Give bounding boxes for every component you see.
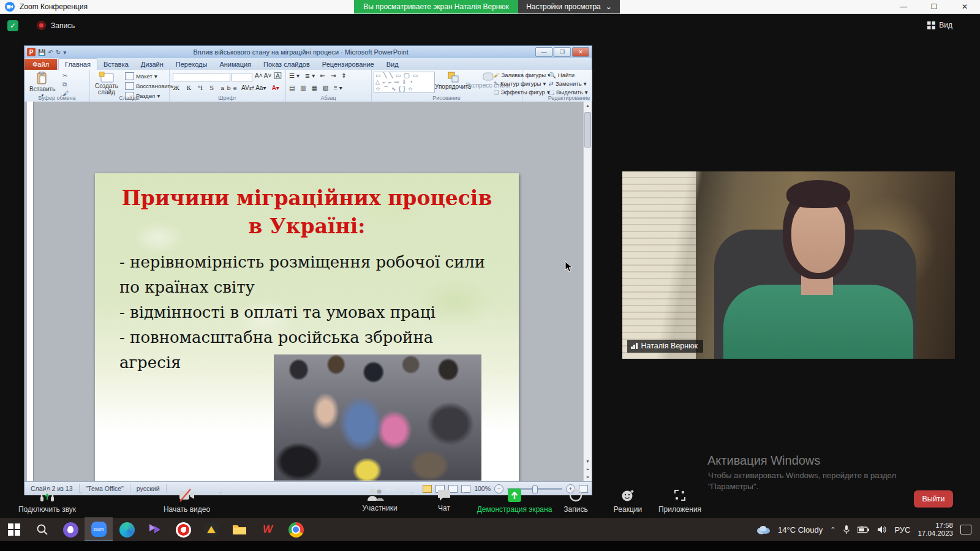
- taskbar-aimp-icon[interactable]: [197, 518, 225, 541]
- tab-slideshow[interactable]: Показ слайдов: [257, 59, 316, 70]
- taskbar-media-player-icon[interactable]: [141, 518, 169, 541]
- minimize-button[interactable]: —: [888, 0, 919, 13]
- search-button[interactable]: [28, 518, 56, 541]
- vertical-scrollbar[interactable]: ▲ ▼ ⏶ ⏷: [583, 102, 592, 481]
- leave-button[interactable]: Выйти: [914, 490, 953, 508]
- font-name-combo[interactable]: [173, 73, 230, 81]
- shape-effects-button[interactable]: ❏Эффекты фигур ▾: [494, 89, 551, 96]
- tab-animations[interactable]: Анимация: [213, 59, 257, 70]
- participants-button[interactable]: 23 Участники: [355, 488, 404, 512]
- record-button[interactable]: Запись: [560, 488, 591, 514]
- language-indicator[interactable]: РУС: [894, 525, 910, 534]
- participants-chevron[interactable]: ⌃: [409, 491, 414, 498]
- font-color-button[interactable]: A▾: [272, 84, 279, 91]
- undo-icon[interactable]: ↶: [48, 49, 53, 56]
- taskbar-file-explorer-icon[interactable]: [225, 518, 254, 541]
- speaker-icon[interactable]: [877, 525, 887, 534]
- ppt-minimize-button[interactable]: —: [535, 47, 552, 57]
- new-slide-button[interactable]: Создать слайд: [92, 72, 121, 96]
- participant-video[interactable]: Наталія Вернюк: [622, 171, 955, 359]
- powerpoint-window: P 💾 ↶ ↻ ▾ Вплив військового стану на міг…: [24, 46, 592, 495]
- tab-view[interactable]: Вид: [380, 59, 405, 70]
- char-spacing-button[interactable]: AV⇄ Aa▾: [241, 84, 266, 91]
- start-video-button[interactable]: Начать видео: [153, 488, 221, 514]
- video-options-chevron[interactable]: ⌃: [218, 491, 223, 498]
- taskbar-alice-icon[interactable]: [56, 518, 85, 541]
- security-shield-icon[interactable]: ✓: [7, 20, 18, 31]
- font-size-combo[interactable]: [232, 73, 252, 81]
- taskbar-clock[interactable]: 17:58 17.04.2023: [918, 522, 953, 538]
- powerpoint-app-icon[interactable]: P: [27, 48, 36, 56]
- group-clipboard: Буфер обмена: [24, 95, 89, 101]
- tab-design[interactable]: Дизайн: [135, 59, 170, 70]
- scroll-down-icon[interactable]: ▼: [584, 457, 592, 465]
- new-slide-icon: [99, 72, 114, 83]
- list-buttons[interactable]: ☰▾ ≣▾ ⇤ ⇥ ⇕: [289, 72, 349, 79]
- redo-icon[interactable]: ↻: [56, 49, 61, 56]
- apps-button[interactable]: Приложения: [655, 488, 704, 514]
- chat-button[interactable]: Чат: [429, 488, 459, 512]
- taskbar-zoom-icon[interactable]: zoom: [85, 517, 113, 542]
- shape-fill-button[interactable]: 🖌Заливка фигуры ▾: [494, 72, 551, 78]
- ppt-restore-button[interactable]: ❐: [554, 47, 571, 57]
- tab-insert[interactable]: Вставка: [97, 59, 135, 70]
- copy-icon[interactable]: ⧉: [62, 81, 69, 88]
- tab-transitions[interactable]: Переходы: [170, 59, 214, 70]
- battery-icon[interactable]: [858, 526, 870, 533]
- join-audio-button[interactable]: Подключить звук: [7, 488, 87, 514]
- record-dot-icon: [37, 21, 46, 30]
- align-buttons[interactable]: ▤ ▥ ▦ ▧ ≡▾: [289, 84, 344, 91]
- reset-button[interactable]: Восстановить: [125, 82, 173, 90]
- maximize-button[interactable]: ☐: [919, 0, 949, 13]
- chat-chevron[interactable]: ⌃: [461, 491, 466, 498]
- paste-button[interactable]: Вставить▾: [29, 72, 55, 98]
- tab-home[interactable]: Главная: [58, 58, 97, 70]
- ppt-titlebar[interactable]: P 💾 ↶ ↻ ▾ Вплив військового стану на міг…: [24, 46, 592, 58]
- window-title: Zoom Конференция: [20, 2, 88, 11]
- taskbar-chrome-icon[interactable]: [282, 518, 310, 541]
- next-slide-icon[interactable]: ⏷: [584, 473, 592, 481]
- clear-format-icon[interactable]: 🄰: [274, 72, 281, 80]
- scroll-up-icon[interactable]: ▲: [584, 102, 592, 110]
- tab-file[interactable]: Файл: [24, 59, 57, 70]
- share-screen-button[interactable]: Демонстрация экрана: [472, 488, 557, 514]
- view-label: Вид: [939, 21, 952, 29]
- taskbar-edge-icon[interactable]: [113, 518, 141, 541]
- scrollbar-thumb[interactable]: [584, 112, 591, 148]
- viewing-banner: Вы просматриваете экран Наталія Вернюк: [354, 0, 518, 13]
- window-blinds: [622, 171, 696, 359]
- shape-outline-button[interactable]: ✎Контур фигуры ▾: [494, 80, 551, 87]
- audio-level-icon: [631, 343, 638, 349]
- tab-review[interactable]: Рецензирование: [316, 59, 380, 70]
- microphone-icon[interactable]: [843, 525, 850, 534]
- zoom-titlebar: Zoom Конференция Вы просматриваете экран…: [0, 0, 980, 14]
- previous-slide-icon[interactable]: ⏶: [584, 465, 592, 473]
- audio-options-chevron[interactable]: ⌃: [78, 491, 83, 498]
- layout-button[interactable]: Макет ▾: [125, 72, 173, 80]
- slide-canvas[interactable]: Причини міграційних процесів в Україні: …: [95, 173, 519, 481]
- weather-text[interactable]: 14°C Cloudy: [778, 525, 823, 534]
- ppt-close-button[interactable]: ✕: [572, 47, 589, 57]
- grow-font-button[interactable]: A˄ A˅: [255, 72, 271, 79]
- taskbar-wps-office-icon[interactable]: W: [254, 518, 282, 541]
- find-button[interactable]: 🔍Найти: [549, 72, 588, 78]
- taskbar-browser-red-icon[interactable]: [169, 518, 197, 541]
- view-button[interactable]: Вид: [927, 21, 952, 29]
- replace-button[interactable]: ⇄Заменить ▾: [549, 80, 588, 87]
- camera-off-icon: [178, 488, 195, 503]
- headset-icon: [39, 488, 55, 503]
- close-button[interactable]: ✕: [949, 0, 980, 13]
- slides-pane-collapsed[interactable]: [27, 102, 34, 481]
- arrange-icon: [448, 72, 459, 83]
- tray-chevron-icon[interactable]: ⌃: [830, 526, 835, 534]
- reactions-button[interactable]: Реакции: [609, 488, 646, 514]
- font-style-buttons[interactable]: Ж К Ч S abe: [173, 84, 239, 91]
- zoom-app-icon: [5, 2, 15, 12]
- shapes-gallery[interactable]: ▭ ╲ ╲ ▭ ◯ ▭△ ⌐ ⌐ ⇨ ⇩ ◔☆ ⌒ ∿ { } ☆: [374, 72, 435, 93]
- view-settings-dropdown[interactable]: Настройки просмотра ⌄: [518, 0, 620, 13]
- notification-center-icon[interactable]: [960, 525, 971, 534]
- cut-icon[interactable]: ✂: [62, 72, 69, 79]
- participant-name: Наталія Вернюк: [641, 342, 698, 350]
- save-icon[interactable]: 💾: [38, 49, 45, 56]
- start-button[interactable]: [0, 518, 28, 541]
